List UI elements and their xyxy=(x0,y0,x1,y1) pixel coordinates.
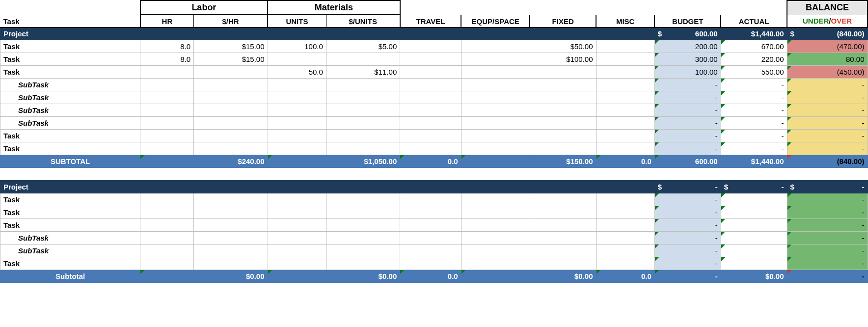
cell-units[interactable] xyxy=(268,193,326,206)
cell-actual[interactable]: - xyxy=(721,91,787,104)
cell-budget[interactable]: - xyxy=(654,257,721,270)
cell-per_unit[interactable] xyxy=(326,206,400,219)
cell-actual[interactable]: - xyxy=(721,130,787,142)
cell-balance[interactable]: 80.00 xyxy=(787,53,868,66)
cell-units[interactable] xyxy=(268,53,326,66)
cell-actual[interactable] xyxy=(721,245,787,257)
row-label[interactable]: SubTask xyxy=(0,245,140,257)
cell-balance[interactable]: - xyxy=(787,257,868,270)
cell-fixed[interactable]: $50.00 xyxy=(530,40,596,53)
cell-balance[interactable]: - xyxy=(787,193,868,206)
cell-per_unit[interactable] xyxy=(326,245,400,257)
cell-misc[interactable] xyxy=(596,245,654,257)
cell-misc[interactable] xyxy=(596,117,654,130)
cell-equip[interactable] xyxy=(461,66,530,79)
cell-travel[interactable] xyxy=(400,40,461,53)
cell-budget[interactable]: 200.00 xyxy=(654,40,721,53)
cell-fixed[interactable] xyxy=(530,232,596,245)
cell-per_hr[interactable] xyxy=(194,219,268,232)
cell-equip[interactable] xyxy=(461,206,530,219)
cell-budget[interactable]: - xyxy=(654,130,721,142)
cell-fixed[interactable] xyxy=(530,193,596,206)
cell-per_hr[interactable]: $15.00 xyxy=(194,40,268,53)
row-label[interactable]: SubTask xyxy=(0,104,140,117)
cell-balance[interactable]: - xyxy=(787,79,868,91)
cell-misc[interactable] xyxy=(596,79,654,91)
cell-per_hr[interactable] xyxy=(194,117,268,130)
cell-per_unit[interactable] xyxy=(326,219,400,232)
cell-travel[interactable] xyxy=(400,219,461,232)
cell-equip[interactable] xyxy=(461,232,530,245)
cell-per_hr[interactable]: $15.00 xyxy=(194,53,268,66)
row-label[interactable]: SubTask xyxy=(0,79,140,91)
cell-per_hr[interactable] xyxy=(194,130,268,142)
cell-budget[interactable]: - xyxy=(654,193,721,206)
cell-units[interactable] xyxy=(268,130,326,142)
cell-equip[interactable] xyxy=(461,91,530,104)
cell-misc[interactable] xyxy=(596,53,654,66)
row-label[interactable]: Task xyxy=(0,130,140,142)
cell-budget[interactable]: - xyxy=(654,219,721,232)
cell-units[interactable]: 50.0 xyxy=(268,66,326,79)
cell-per_unit[interactable] xyxy=(326,53,400,66)
cell-travel[interactable] xyxy=(400,245,461,257)
row-label[interactable]: Task xyxy=(0,40,140,53)
row-label[interactable]: SubTask xyxy=(0,232,140,245)
cell-per_unit[interactable] xyxy=(326,257,400,270)
row-label[interactable]: Task xyxy=(0,66,140,79)
cell-equip[interactable] xyxy=(461,142,530,155)
row-label[interactable]: Task xyxy=(0,257,140,270)
cell-equip[interactable] xyxy=(461,257,530,270)
cell-hr[interactable] xyxy=(140,66,194,79)
cell-misc[interactable] xyxy=(596,40,654,53)
cell-balance[interactable]: - xyxy=(787,117,868,130)
cell-travel[interactable] xyxy=(400,91,461,104)
cell-hr[interactable] xyxy=(140,91,194,104)
cell-per_unit[interactable] xyxy=(326,193,400,206)
cell-equip[interactable] xyxy=(461,117,530,130)
cell-hr[interactable] xyxy=(140,142,194,155)
cell-balance[interactable]: - xyxy=(787,206,868,219)
cell-per_hr[interactable] xyxy=(194,91,268,104)
cell-balance[interactable]: - xyxy=(787,91,868,104)
cell-per_hr[interactable] xyxy=(194,257,268,270)
cell-balance[interactable]: - xyxy=(787,232,868,245)
cell-per_hr[interactable] xyxy=(194,206,268,219)
cell-fixed[interactable] xyxy=(530,79,596,91)
cell-travel[interactable] xyxy=(400,66,461,79)
cell-per_hr[interactable] xyxy=(194,232,268,245)
cell-per_unit[interactable] xyxy=(326,232,400,245)
cell-hr[interactable]: 8.0 xyxy=(140,40,194,53)
cell-units[interactable] xyxy=(268,91,326,104)
cell-fixed[interactable] xyxy=(530,245,596,257)
cell-misc[interactable] xyxy=(596,193,654,206)
cell-balance[interactable]: - xyxy=(787,245,868,257)
cell-hr[interactable] xyxy=(140,232,194,245)
cell-units[interactable] xyxy=(268,257,326,270)
cell-balance[interactable]: - xyxy=(787,219,868,232)
cell-misc[interactable] xyxy=(596,66,654,79)
row-label[interactable]: Task xyxy=(0,193,140,206)
cell-hr[interactable] xyxy=(140,117,194,130)
cell-units[interactable] xyxy=(268,104,326,117)
cell-fixed[interactable] xyxy=(530,117,596,130)
cell-per_unit[interactable] xyxy=(326,104,400,117)
cell-hr[interactable] xyxy=(140,206,194,219)
cell-budget[interactable]: - xyxy=(654,91,721,104)
cell-units[interactable] xyxy=(268,219,326,232)
cell-equip[interactable] xyxy=(461,79,530,91)
cell-per_unit[interactable] xyxy=(326,79,400,91)
cell-misc[interactable] xyxy=(596,104,654,117)
cell-units[interactable] xyxy=(268,79,326,91)
cell-fixed[interactable]: $100.00 xyxy=(530,53,596,66)
cell-travel[interactable] xyxy=(400,117,461,130)
cell-per_hr[interactable] xyxy=(194,142,268,155)
cell-travel[interactable] xyxy=(400,79,461,91)
cell-actual[interactable]: - xyxy=(721,142,787,155)
cell-per_unit[interactable] xyxy=(326,130,400,142)
cell-budget[interactable]: - xyxy=(654,104,721,117)
cell-hr[interactable] xyxy=(140,79,194,91)
cell-actual[interactable]: - xyxy=(721,104,787,117)
cell-travel[interactable] xyxy=(400,232,461,245)
cell-equip[interactable] xyxy=(461,130,530,142)
